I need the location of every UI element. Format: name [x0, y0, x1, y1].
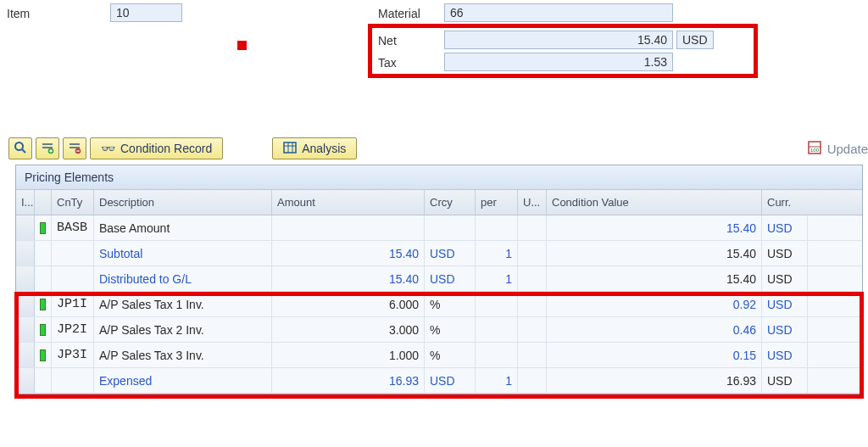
row-cnty [52, 266, 94, 291]
row-handle[interactable] [16, 266, 35, 291]
update-button[interactable]: 100 Update [807, 140, 868, 158]
material-field[interactable]: 66 [444, 3, 673, 22]
row-crcy: USD [425, 266, 476, 291]
row-curr: USD [762, 266, 808, 291]
pricing-elements-title: Pricing Elements [16, 165, 862, 190]
row-amount: 15.40 [272, 266, 425, 291]
table-row[interactable]: Distributed to G/L15.40USD115.40USD [16, 266, 862, 292]
detail-view-icon-button[interactable] [8, 137, 32, 159]
row-per: 1 [476, 241, 518, 265]
row-crcy: USD [425, 241, 476, 265]
row-unit [518, 215, 547, 240]
calc-icon: 100 [807, 140, 822, 158]
svg-rect-3 [42, 147, 53, 148]
svg-rect-6 [70, 147, 80, 148]
svg-rect-2 [42, 143, 53, 145]
svg-point-0 [15, 142, 23, 150]
row-condition-value: 15.40 [547, 266, 762, 291]
row-per [476, 215, 518, 240]
active-indicator-icon [40, 222, 46, 234]
toolbar: 👓 Condition Record Analysis 100 Update [8, 136, 868, 161]
table-icon [283, 141, 297, 157]
red-marker-square [237, 41, 247, 50]
col-indicator[interactable] [35, 190, 52, 215]
magnifier-icon [14, 141, 27, 157]
table-row[interactable]: Subtotal15.40USD115.40USD [16, 241, 862, 266]
row-indicator [35, 266, 52, 291]
update-label: Update [827, 142, 868, 156]
tax-rows-highlight-box [14, 292, 864, 399]
svg-rect-5 [70, 143, 80, 145]
row-description: Base Amount [94, 215, 272, 240]
row-indicator [35, 241, 52, 265]
condition-record-button[interactable]: 👓 Condition Record [90, 137, 223, 159]
row-amount [272, 215, 425, 240]
pricing-elements-panel: Pricing Elements I... CnTy Description A… [15, 165, 863, 394]
pricing-header-row: I... CnTy Description Amount Crcy per U.… [16, 190, 862, 215]
row-curr: USD [762, 241, 808, 265]
col-crcy[interactable]: Crcy [425, 190, 476, 215]
condition-record-label: Condition Record [120, 142, 212, 155]
add-row-icon [41, 141, 54, 157]
col-condition-value[interactable]: Condition Value [547, 190, 762, 215]
row-condition-value: 15.40 [547, 215, 762, 240]
row-per: 1 [476, 266, 518, 291]
table-row[interactable]: BASBBase Amount15.40USD [16, 215, 862, 241]
tax-field[interactable]: 1.53 [444, 53, 673, 71]
row-indicator [35, 215, 52, 240]
row-unit [518, 266, 547, 291]
header-area: Item 10 Material 66 Net 15.40 USD Tax 1.… [0, 0, 868, 110]
net-currency-field[interactable]: USD [676, 31, 714, 49]
col-description[interactable]: Description [94, 190, 272, 215]
item-field[interactable]: 10 [110, 3, 182, 22]
remove-row-icon [68, 141, 81, 157]
row-unit [518, 241, 547, 265]
glasses-icon: 👓 [101, 142, 115, 155]
net-label: Net [378, 34, 397, 47]
row-description: Distributed to G/L [94, 266, 272, 291]
row-handle[interactable] [16, 241, 35, 265]
row-condition-value: 15.40 [547, 241, 762, 265]
net-field[interactable]: 15.40 [444, 31, 673, 49]
item-label: Item [7, 7, 30, 20]
col-u[interactable]: U... [518, 190, 547, 215]
svg-rect-8 [284, 142, 296, 153]
row-cnty: BASB [52, 215, 94, 240]
col-amount[interactable]: Amount [272, 190, 425, 215]
svg-line-1 [22, 149, 25, 153]
row-amount: 15.40 [272, 241, 425, 265]
tax-label: Tax [378, 56, 397, 70]
col-cnty[interactable]: CnTy [52, 190, 94, 215]
add-row-icon-button[interactable] [36, 137, 59, 159]
row-cnty [52, 241, 94, 265]
analysis-button[interactable]: Analysis [272, 137, 357, 159]
svg-text:100: 100 [810, 148, 820, 153]
material-label: Material [378, 7, 420, 20]
col-per[interactable]: per [476, 190, 518, 215]
row-handle[interactable] [16, 215, 35, 240]
remove-row-icon-button[interactable] [63, 137, 86, 159]
row-description: Subtotal [94, 241, 272, 265]
row-crcy [425, 215, 476, 240]
col-curr[interactable]: Curr. [762, 190, 808, 215]
row-curr: USD [762, 215, 808, 240]
analysis-label: Analysis [302, 142, 346, 155]
col-i[interactable]: I... [16, 190, 35, 215]
